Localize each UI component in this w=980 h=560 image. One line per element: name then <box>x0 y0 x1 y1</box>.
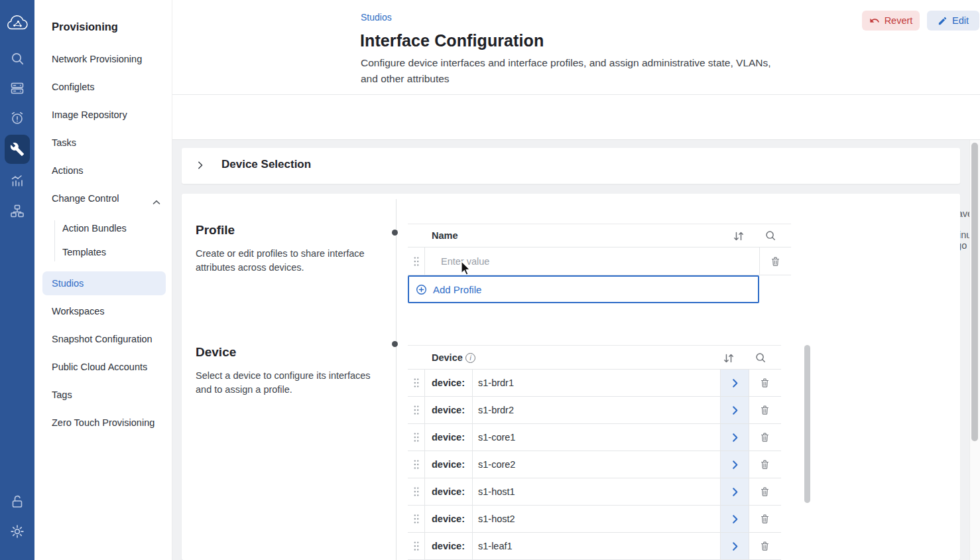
edit-button[interactable]: Edit <box>927 11 979 31</box>
trash-icon <box>759 377 770 389</box>
drag-handle-icon[interactable] <box>408 247 424 275</box>
sort-icon[interactable] <box>723 352 735 364</box>
sidebar-item-snapshot-configuration[interactable]: Snapshot Configuration <box>52 334 153 344</box>
device-section-bullet <box>392 341 398 347</box>
drag-handle-icon[interactable] <box>408 506 424 532</box>
chevron-right-icon <box>730 460 740 470</box>
section-scrollbar-thumb[interactable] <box>804 345 810 503</box>
delete-device-button[interactable] <box>749 478 780 505</box>
devices-icon[interactable] <box>0 79 34 98</box>
chevron-right-icon[interactable] <box>196 161 205 173</box>
sidebar-item-tags[interactable]: Tags <box>52 389 72 400</box>
add-profile-label: Add Profile <box>433 284 481 295</box>
sidebar-item-actions[interactable]: Actions <box>52 165 84 176</box>
device-value[interactable]: s1-host1 <box>472 478 720 505</box>
page-title: Interface Configuration <box>360 31 544 50</box>
open-device-button[interactable] <box>720 424 749 451</box>
revert-label: Revert <box>885 15 913 26</box>
breadcrumb-studios[interactable]: Studios <box>361 12 392 23</box>
open-device-button[interactable] <box>720 533 749 559</box>
undo-icon <box>869 15 880 26</box>
delete-device-button[interactable] <box>749 370 780 396</box>
device-row: device: s1-brdr1 <box>408 370 781 397</box>
profile-name-input[interactable] <box>441 256 733 267</box>
lock-open-icon[interactable] <box>0 492 34 511</box>
device-row: device: s1-leaf1 <box>408 533 781 560</box>
device-value[interactable]: s1-core1 <box>472 424 720 451</box>
sidebar-item-studios[interactable]: Studios <box>52 278 84 289</box>
open-device-button[interactable] <box>720 397 749 423</box>
device-value[interactable]: s1-core2 <box>472 451 720 478</box>
device-selection-title: Device Selection <box>221 158 311 171</box>
open-device-button[interactable] <box>720 506 749 532</box>
delete-device-button[interactable] <box>749 424 780 451</box>
search-icon[interactable] <box>0 49 34 68</box>
device-column-name: Device <box>432 352 463 363</box>
profile-row <box>408 247 791 275</box>
page-scrollbar-thumb[interactable] <box>971 143 978 441</box>
sidebar-item-configlets[interactable]: Configlets <box>52 82 94 92</box>
settings-gear-icon[interactable] <box>0 522 34 541</box>
cloudvision-logo-icon[interactable] <box>0 12 34 36</box>
profile-description: Create or edit profiles to share interfa… <box>196 247 376 275</box>
device-value[interactable]: s1-brdr1 <box>472 370 720 396</box>
revert-button[interactable]: Revert <box>862 11 920 31</box>
topology-icon[interactable] <box>0 202 34 220</box>
profile-table-header: Name <box>408 224 791 247</box>
chevron-up-icon[interactable] <box>153 196 160 208</box>
add-profile-button[interactable]: Add Profile <box>408 275 759 303</box>
sidebar-item-templates[interactable]: Templates <box>62 247 106 257</box>
plus-circle-icon <box>416 284 427 295</box>
device-key-label: device: <box>424 397 472 423</box>
profile-column-name: Name <box>432 230 458 241</box>
device-key-label: device: <box>424 478 472 505</box>
delete-device-button[interactable] <box>749 533 780 559</box>
provisioning-rail-active[interactable] <box>5 135 30 164</box>
sidebar-item-network-provisioning[interactable]: Network Provisioning <box>52 54 142 64</box>
profile-section-bullet <box>392 230 398 236</box>
chevron-right-icon <box>730 433 740 443</box>
device-description: Select a device to configure its interfa… <box>196 369 387 397</box>
search-icon[interactable] <box>765 230 776 242</box>
trash-icon <box>759 540 770 552</box>
device-value[interactable]: s1-leaf1 <box>472 533 720 559</box>
profile-heading: Profile <box>196 223 235 238</box>
open-device-button[interactable] <box>720 370 749 396</box>
drag-handle-icon[interactable] <box>408 370 424 396</box>
sort-icon[interactable] <box>733 230 745 242</box>
events-alarm-icon[interactable] <box>0 109 34 127</box>
drag-handle-icon[interactable] <box>408 533 424 559</box>
device-heading: Device <box>196 345 236 360</box>
profile-name-cell <box>424 247 759 275</box>
sidebar-item-public-cloud-accounts[interactable]: Public Cloud Accounts <box>52 362 147 372</box>
device-key-label: device: <box>424 370 472 396</box>
device-value[interactable]: s1-brdr2 <box>472 397 720 423</box>
chevron-right-icon <box>730 378 740 388</box>
drag-handle-icon[interactable] <box>408 397 424 423</box>
drag-handle-icon[interactable] <box>408 478 424 505</box>
sidebar-item-tasks[interactable]: Tasks <box>52 137 76 148</box>
open-device-button[interactable] <box>720 451 749 478</box>
delete-device-button[interactable] <box>749 506 780 532</box>
sub-item-rule <box>54 220 55 261</box>
trash-icon <box>759 431 770 443</box>
delete-profile-button[interactable] <box>759 247 790 275</box>
delete-device-button[interactable] <box>749 451 780 478</box>
open-device-button[interactable] <box>720 478 749 505</box>
sidebar-item-change-control[interactable]: Change Control <box>52 193 119 204</box>
device-table-header: Device i <box>408 345 781 370</box>
sidebar-item-workspaces[interactable]: Workspaces <box>52 306 105 316</box>
sidebar-item-zero-touch-provisioning[interactable]: Zero Touch Provisioning <box>52 417 154 428</box>
drag-handle-icon[interactable] <box>408 451 424 478</box>
pencil-icon <box>938 16 948 26</box>
drag-handle-icon[interactable] <box>408 424 424 451</box>
device-row: device: s1-brdr2 <box>408 397 781 424</box>
info-icon[interactable]: i <box>465 353 475 363</box>
search-icon[interactable] <box>755 352 766 364</box>
device-value[interactable]: s1-host2 <box>472 506 720 532</box>
delete-device-button[interactable] <box>749 397 780 423</box>
sidebar-item-image-repository[interactable]: Image Repository <box>52 109 127 120</box>
metrics-icon[interactable] <box>0 171 34 190</box>
sidebar-item-action-bundles[interactable]: Action Bundles <box>62 223 127 234</box>
chevron-right-icon <box>730 514 740 524</box>
